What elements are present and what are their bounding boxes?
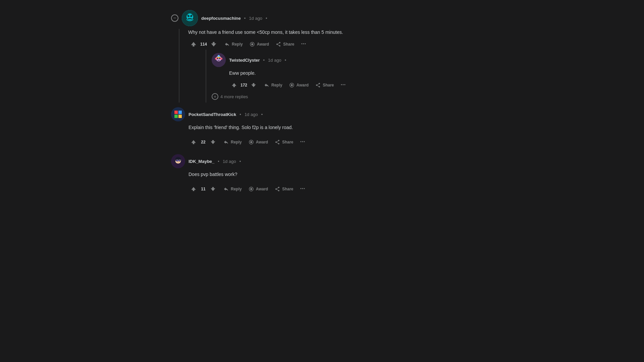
- svg-rect-17: [174, 115, 178, 118]
- more-btn-twistedclyster[interactable]: ···: [338, 79, 348, 90]
- award-btn-idkmaybe[interactable]: Award: [246, 184, 271, 194]
- downvote-btn-twistedclyster[interactable]: [249, 80, 259, 90]
- comment-header-twistedclyster: TwistedClyster • 1d ago •: [212, 53, 473, 67]
- comment-header-idkmaybe: IDK_Maybe_ • 1d ago •: [171, 154, 473, 168]
- username-idkmaybe[interactable]: IDK_Maybe_: [189, 159, 214, 164]
- meta-dot-i1: •: [218, 159, 219, 164]
- share-icon-t: [315, 82, 321, 88]
- comment-idkmaybe: IDK_Maybe_ • 1d ago • Does pvp battles w…: [171, 151, 473, 198]
- vote-count-pocketsand: 22: [200, 140, 207, 144]
- upvote-btn-pocketsand[interactable]: [189, 137, 199, 147]
- meta-dot-1: •: [244, 16, 246, 21]
- vote-count-idkmaybe: 11: [200, 187, 207, 191]
- svg-point-11: [220, 58, 222, 60]
- more-replies[interactable]: + 4 more replies: [212, 90, 473, 101]
- reply-icon-p: [223, 139, 229, 145]
- action-bar-pocketsand: 22 Reply Award: [189, 136, 473, 147]
- award-btn-twistedclyster[interactable]: Award: [286, 80, 311, 90]
- meta-dot-p2: •: [261, 112, 263, 117]
- avatar-deepfocusmachine: [182, 10, 198, 26]
- thread-line-container: Why not have a friend use some <50cp mon…: [171, 29, 473, 103]
- svg-rect-16: [178, 111, 182, 114]
- timestamp-twistedclyster: 1d ago: [268, 58, 281, 63]
- award-btn-deepfocusmachine[interactable]: Award: [247, 40, 272, 49]
- comment-header-pocketsand: PocketSandThroatKick • 1d ago •: [171, 107, 473, 121]
- reply-btn-idkmaybe[interactable]: Reply: [221, 184, 245, 194]
- upvote-btn-twistedclyster[interactable]: [229, 80, 239, 90]
- comment-body-pocketsand: Explain this 'friend' thing. Solo f2p is…: [189, 124, 473, 131]
- vote-count-deepfocusmachine: 114: [200, 42, 207, 47]
- downvote-btn-idkmaybe[interactable]: [208, 184, 218, 194]
- comment-deepfocusmachine: − deepfocusmachine • 1d ago •: [171, 7, 473, 104]
- avatar-svg: [182, 10, 198, 26]
- share-btn-deepfocusmachine[interactable]: Share: [273, 40, 297, 49]
- reply-icon: [224, 42, 230, 47]
- timestamp-pocketsand: 1d ago: [245, 112, 258, 117]
- award-icon-p: [249, 139, 254, 145]
- meta-dot-2: •: [266, 16, 267, 21]
- svg-point-25: [179, 160, 180, 161]
- vote-section-idkmaybe: 11: [189, 184, 218, 194]
- award-btn-pocketsand[interactable]: Award: [246, 137, 271, 147]
- collapse-icon[interactable]: −: [171, 14, 178, 22]
- share-icon-p: [275, 139, 280, 145]
- upvote-btn-idkmaybe[interactable]: [189, 184, 199, 194]
- username-deepfocusmachine[interactable]: deepfocusmachine: [201, 16, 241, 21]
- avatar-svg-pocket: [171, 107, 185, 121]
- svg-rect-6: [191, 15, 193, 15]
- svg-point-22: [176, 160, 178, 162]
- comment-pocketsand: PocketSandThroatKick • 1d ago • Explain …: [171, 104, 473, 151]
- reply-btn-deepfocusmachine[interactable]: Reply: [222, 40, 246, 49]
- svg-point-24: [177, 160, 178, 161]
- share-btn-idkmaybe[interactable]: Share: [272, 184, 296, 194]
- svg-rect-4: [188, 18, 192, 19]
- downvote-icon-p: [210, 139, 216, 145]
- share-btn-twistedclyster[interactable]: Share: [313, 80, 336, 90]
- award-icon-t: [289, 82, 294, 88]
- share-btn-pocketsand[interactable]: Share: [272, 137, 296, 147]
- vote-section-twistedclyster: 172: [229, 80, 259, 90]
- vote-section-deepfocusmachine: 114: [188, 39, 219, 50]
- comment-body-deepfocusmachine: Why not have a friend use some <50cp mon…: [188, 29, 473, 36]
- more-btn-idkmaybe[interactable]: ···: [298, 183, 308, 194]
- nested-comments-deepfocusmachine: TwistedClyster • 1d ago • Eww people.: [206, 50, 473, 103]
- timestamp-idkmaybe: 1d ago: [223, 159, 236, 164]
- timestamp-deepfocusmachine: 1d ago: [249, 16, 262, 21]
- svg-point-13: [219, 58, 220, 59]
- svg-point-10: [218, 55, 220, 57]
- action-bar-deepfocusmachine: 114 Reply: [188, 39, 473, 50]
- upvote-icon: [190, 41, 197, 48]
- upvote-btn-deepfocusmachine[interactable]: [188, 39, 199, 50]
- meta-dot-i2: •: [239, 159, 241, 164]
- share-icon: [276, 42, 281, 47]
- avatar-twistedclyster: [212, 53, 226, 67]
- page-container: − deepfocusmachine • 1d ago •: [171, 0, 473, 204]
- vote-section-pocketsand: 22: [189, 137, 218, 147]
- downvote-icon-i: [210, 186, 216, 192]
- svg-point-12: [217, 58, 218, 59]
- username-pocketsand[interactable]: PocketSandThroatKick: [189, 112, 236, 117]
- avatar-pocketsand: [171, 107, 185, 121]
- more-replies-text: 4 more replies: [220, 94, 248, 99]
- downvote-btn-pocketsand[interactable]: [208, 137, 218, 147]
- comment-header-deepfocusmachine: − deepfocusmachine • 1d ago •: [171, 10, 473, 26]
- avatar-svg-twisted: [212, 53, 226, 67]
- svg-point-9: [215, 58, 217, 60]
- more-btn-pocketsand[interactable]: ···: [298, 136, 308, 147]
- svg-rect-5: [187, 15, 189, 15]
- comment-body-twistedclyster: Eww people.: [229, 70, 473, 77]
- reply-btn-twistedclyster[interactable]: Reply: [261, 80, 285, 90]
- downvote-btn-deepfocusmachine[interactable]: [208, 39, 219, 50]
- award-icon: [250, 42, 255, 47]
- more-replies-icon: +: [212, 93, 218, 100]
- meta-dot-t2: •: [285, 58, 286, 63]
- thread-line: [179, 29, 179, 103]
- more-btn-deepfocusmachine[interactable]: ···: [299, 39, 309, 50]
- username-twistedclyster[interactable]: TwistedClyster: [229, 58, 260, 63]
- avatar-idkmaybe: [171, 154, 185, 168]
- downvote-icon-t: [251, 82, 257, 88]
- avatar-svg-idk: [171, 154, 185, 168]
- reply-icon-i: [223, 186, 229, 192]
- upvote-icon-t: [231, 82, 237, 88]
- reply-btn-pocketsand[interactable]: Reply: [221, 137, 245, 147]
